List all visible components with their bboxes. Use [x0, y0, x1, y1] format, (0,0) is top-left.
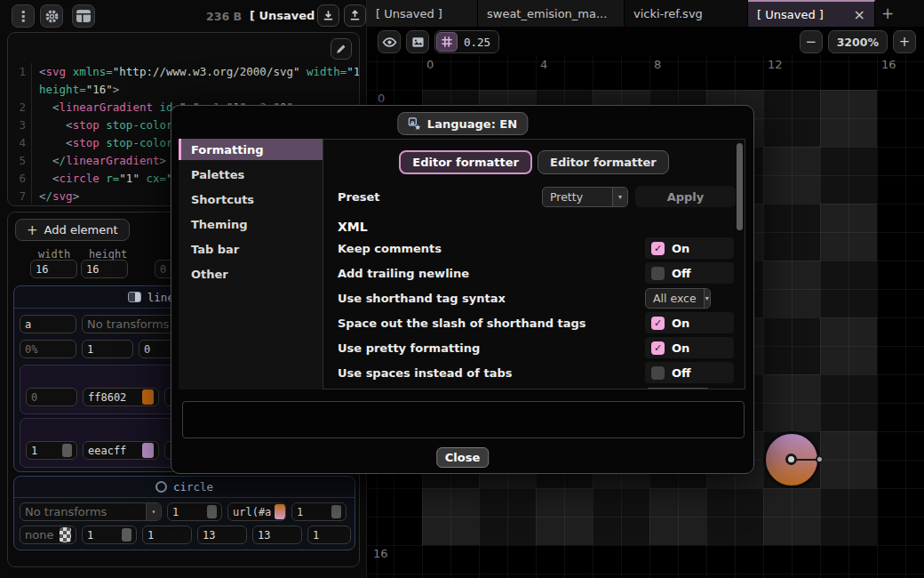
stop-1-offset-input[interactable]: 0 [26, 388, 77, 406]
sidebar-item-tab-bar[interactable]: Tab bar [179, 238, 323, 260]
circle-title: circle [173, 480, 213, 494]
ruler-x-12: 12 [768, 58, 783, 71]
editor-formatter-tab[interactable]: Editor formatter [538, 150, 669, 174]
circle-opacity-input[interactable]: 1 [167, 502, 222, 521]
tab-2[interactable]: sweat_emision_ma... [478, 0, 625, 27]
tab-3[interactable]: vicki-ref.svg [625, 0, 748, 27]
height-input[interactable]: 16 [81, 260, 128, 278]
settings-sidebar: FormattingPalettesShortcutsThemingTab ba… [179, 139, 323, 389]
sidebar-item-formatting[interactable]: Formatting [179, 139, 323, 160]
number-drag-handle[interactable] [62, 444, 72, 457]
gradient-x1-input[interactable]: 1 [82, 340, 133, 358]
width-input[interactable]: 16 [30, 260, 77, 278]
circle-transforms-select[interactable]: No transforms ▾ [20, 502, 162, 521]
sidebar-item-theming[interactable]: Theming [179, 213, 323, 235]
sidebar-item-other[interactable]: Other [179, 263, 323, 285]
toggle-state-label: On [672, 317, 689, 330]
checkbox[interactable]: ✓ [651, 341, 665, 355]
circle-r-input[interactable]: 1 [307, 526, 351, 544]
edit-code-button[interactable] [331, 38, 352, 60]
add-element-button[interactable]: + Add element [15, 219, 130, 241]
circle-fill-input[interactable]: url(#a [227, 502, 286, 521]
stop-2-offset-input[interactable]: 1 [26, 441, 77, 460]
checkbox[interactable]: ✓ [651, 317, 665, 330]
code-line: height="16"> [8, 81, 359, 99]
fill-gradient-swatch[interactable] [275, 504, 286, 519]
number-drag-handle[interactable] [331, 505, 341, 518]
zoom-in-button[interactable]: + [893, 30, 916, 53]
kebab-menu-button[interactable]: ⋮ [12, 4, 35, 28]
language-button[interactable]: a Language: EN [397, 112, 528, 135]
dialog-scrollbar[interactable] [737, 143, 743, 230]
new-tab-button[interactable]: + [875, 0, 900, 27]
tab-bar: [ Unsaved ]sweat_emision_ma...vicki-ref.… [367, 0, 924, 27]
toggle-control[interactable]: Off [645, 362, 734, 383]
close-button[interactable]: Close [436, 447, 489, 468]
language-button-label: Language: EN [427, 117, 517, 131]
download-button[interactable] [317, 4, 339, 27]
code-text: height="16"> [31, 81, 119, 99]
sidebar-item-shortcuts[interactable]: Shortcuts [179, 189, 323, 210]
tab-1[interactable]: [ Unsaved ] [367, 0, 478, 27]
dropdown-arrow-icon[interactable]: ▾ [146, 503, 161, 520]
ruler-x-4: 4 [540, 58, 547, 71]
gradient-icon [128, 292, 141, 302]
toggle-state-label: On [672, 341, 689, 355]
upload-button[interactable] [344, 4, 366, 27]
center-handle[interactable] [785, 454, 797, 465]
circle-cy-input[interactable]: 13 [252, 526, 302, 544]
line-number [8, 81, 31, 99]
ruler-y-16: 16 [373, 547, 388, 560]
toggle-control[interactable]: ✓On [645, 237, 734, 259]
tab-label: [ Unsaved ] [376, 7, 442, 20]
toggle-control[interactable]: ✓On [645, 312, 734, 333]
grid-settings-group: 0.25 [434, 30, 499, 53]
tab-close-icon[interactable]: × [854, 6, 865, 23]
circle-stroke-width-input[interactable]: 1 [142, 526, 192, 544]
number-drag-handle[interactable] [122, 528, 131, 542]
stop-1-color-swatch[interactable] [142, 389, 154, 405]
tab-4[interactable]: [ Unsaved ]× [748, 0, 875, 27]
toggle-state-label: On [672, 242, 689, 255]
settings-content: Editor formatter Editor formatter Preset… [323, 139, 745, 389]
sidebar-item-palettes[interactable]: Palettes [179, 164, 323, 185]
setting-row: ▾ [323, 385, 745, 389]
stop-2-color-input[interactable]: eeacff [83, 441, 159, 460]
code-line: 1<svg xmlns="http://www.w3.org/2000/svg"… [8, 63, 359, 81]
circle-cx-input[interactable]: 13 [197, 526, 247, 544]
toggle-control[interactable]: ✓On [645, 337, 734, 358]
grid-size-input[interactable]: 0.25 [458, 36, 498, 49]
checkbox[interactable]: ✓ [651, 242, 665, 255]
circle-stroke-input[interactable]: none [20, 526, 76, 544]
circle-fill-opacity-input[interactable]: 1 [291, 502, 346, 521]
preview-eye-button[interactable] [378, 30, 401, 53]
setting-select[interactable]: All exce▾ [645, 288, 711, 309]
editor-formatter-tab-active[interactable]: Editor formatter [399, 150, 532, 174]
radius-handle[interactable] [816, 455, 824, 463]
checkbox[interactable] [651, 267, 665, 280]
circle-header[interactable]: circle [14, 477, 354, 498]
zoom-level[interactable]: 3200% [828, 30, 888, 53]
gradient-offset-input[interactable]: 0% [20, 340, 76, 358]
zoom-out-button[interactable]: − [800, 30, 823, 53]
toggle-control[interactable]: Off [645, 262, 734, 284]
stop-2-color-swatch[interactable] [142, 443, 154, 458]
gradient-id-input[interactable]: a [20, 315, 76, 333]
height-label: height [89, 248, 127, 261]
select-value: All exce [646, 292, 704, 305]
layout-panels-button[interactable] [72, 4, 95, 28]
setting-description-box [182, 401, 745, 438]
circle-stroke-opacity-input[interactable]: 1 [82, 526, 137, 544]
setting-select[interactable]: ▾ [645, 388, 711, 390]
stroke-color-swatch[interactable] [60, 527, 71, 542]
number-drag-handle[interactable] [207, 505, 217, 518]
tab-label: vicki-ref.svg [633, 7, 703, 20]
checkbox[interactable] [651, 366, 665, 380]
preset-select[interactable]: Pretty ▾ [542, 187, 628, 207]
upload-icon [348, 9, 362, 22]
background-image-button[interactable] [406, 30, 429, 53]
stop-1-color-input[interactable]: ff8602 [83, 388, 159, 406]
settings-gear-button[interactable] [40, 4, 63, 28]
grid-toggle-button[interactable] [436, 32, 458, 52]
apply-button[interactable]: Apply [635, 186, 736, 207]
